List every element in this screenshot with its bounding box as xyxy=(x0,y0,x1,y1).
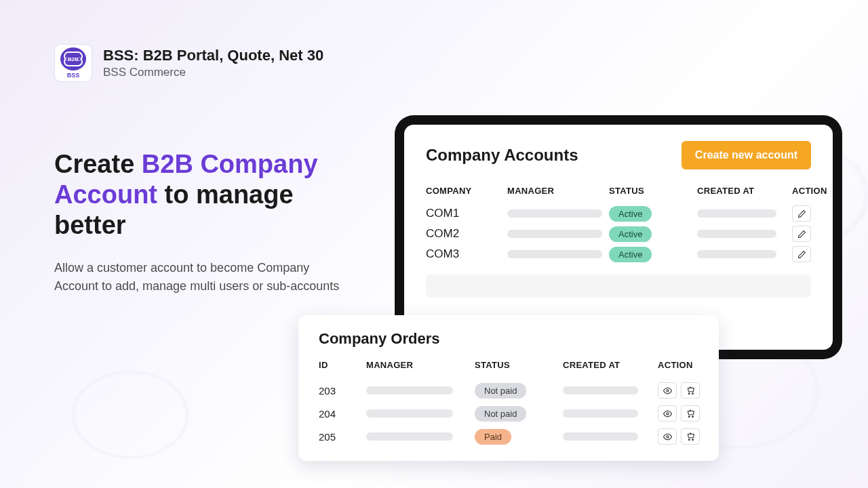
col-created: CREATED AT xyxy=(563,360,651,375)
eye-icon xyxy=(663,386,673,395)
cart-icon xyxy=(686,386,695,395)
orders-panel-title: Company Orders xyxy=(319,330,698,348)
table-cell-manager-placeholder xyxy=(366,432,453,441)
cart-icon xyxy=(686,409,695,418)
logo-inner-text: B2B xyxy=(68,56,79,62)
reorder-button[interactable] xyxy=(681,382,700,399)
status-badge: Active xyxy=(609,206,652,222)
table-cell-status: Active xyxy=(609,226,690,242)
svg-point-0 xyxy=(666,389,668,391)
table-cell-created-placeholder xyxy=(563,386,638,394)
table-cell-manager-placeholder xyxy=(366,386,453,394)
pencil-icon xyxy=(797,250,806,259)
table-cell-id: 204 xyxy=(319,408,359,420)
table-cell-id: 203 xyxy=(319,385,359,396)
hero-description: Allow a customer account to become Compa… xyxy=(54,259,346,296)
status-badge: Active xyxy=(609,226,652,242)
table-cell-status: Not paid xyxy=(475,383,556,399)
table-cell-status: Active xyxy=(609,206,690,222)
col-manager: MANAGER xyxy=(366,360,468,375)
table-cell-manager-placeholder xyxy=(366,409,453,418)
table-cell-action xyxy=(792,226,833,242)
table-cell-company: COM1 xyxy=(426,207,500,220)
svg-point-6 xyxy=(666,435,668,437)
hero-prefix: Create xyxy=(54,150,142,178)
table-cell-created-placeholder xyxy=(697,230,776,238)
eye-icon xyxy=(663,432,673,441)
svg-point-2 xyxy=(692,393,694,394)
table-cell-company: COM2 xyxy=(426,227,500,241)
table-cell-action xyxy=(792,205,833,222)
svg-point-5 xyxy=(692,416,694,418)
col-action: ACTION xyxy=(792,186,833,201)
orders-table: ID MANAGER STATUS CREATED AT ACTION 203N… xyxy=(319,360,698,445)
status-badge: Not paid xyxy=(475,383,526,399)
table-cell-action xyxy=(658,428,719,445)
svg-point-7 xyxy=(688,439,690,441)
table-cell-status: Paid xyxy=(475,429,556,445)
status-badge: Active xyxy=(609,247,652,262)
table-cell-action xyxy=(658,405,719,422)
eye-icon xyxy=(663,409,673,418)
view-button[interactable] xyxy=(658,382,677,399)
table-cell-status: Not paid xyxy=(475,406,556,422)
logo-circle-icon: B2B xyxy=(60,47,86,70)
svg-point-3 xyxy=(666,412,668,414)
view-button[interactable] xyxy=(658,428,677,445)
logo-badge-text: BSS xyxy=(67,72,80,79)
accounts-table: COMPANY MANAGER STATUS CREATED AT ACTION… xyxy=(426,186,811,262)
table-cell-created-placeholder xyxy=(697,250,776,258)
table-cell-status: Active xyxy=(609,247,690,262)
table-cell-created-placeholder xyxy=(563,432,638,441)
table-cell-created-placeholder xyxy=(697,209,776,218)
col-action: ACTION xyxy=(658,360,719,375)
table-cell-manager-placeholder xyxy=(507,230,602,238)
col-status: STATUS xyxy=(475,360,556,375)
status-badge: Paid xyxy=(475,429,511,445)
pencil-icon xyxy=(797,209,806,218)
reorder-button[interactable] xyxy=(681,405,700,422)
view-button[interactable] xyxy=(658,405,677,422)
accounts-panel-title: Company Accounts xyxy=(426,146,578,165)
table-cell-company: COM3 xyxy=(426,247,500,261)
table-cell-id: 205 xyxy=(319,431,359,443)
accounts-panel-footer xyxy=(426,274,811,298)
col-manager: MANAGER xyxy=(507,186,602,201)
table-cell-action xyxy=(658,382,719,399)
svg-point-4 xyxy=(688,416,690,418)
pencil-icon xyxy=(797,230,806,239)
svg-point-1 xyxy=(688,393,690,394)
col-company: COMPANY xyxy=(426,186,500,201)
app-header: B2B BSS BSS: B2B Portal, Quote, Net 30 B… xyxy=(54,44,323,82)
status-badge: Not paid xyxy=(475,406,526,422)
orders-panel: Company Orders ID MANAGER STATUS CREATED… xyxy=(298,315,719,461)
app-logo: B2B BSS xyxy=(54,44,92,82)
table-cell-action xyxy=(792,246,833,262)
edit-button[interactable] xyxy=(792,226,811,242)
create-account-button[interactable]: Create new account xyxy=(682,141,811,169)
edit-button[interactable] xyxy=(792,246,811,262)
edit-button[interactable] xyxy=(792,205,811,222)
reorder-button[interactable] xyxy=(681,428,700,445)
table-cell-manager-placeholder xyxy=(507,209,602,218)
col-created: CREATED AT xyxy=(697,186,785,201)
table-cell-created-placeholder xyxy=(563,409,638,418)
svg-point-8 xyxy=(692,439,694,441)
app-title: BSS: B2B Portal, Quote, Net 30 xyxy=(103,47,323,64)
col-status: STATUS xyxy=(609,186,690,201)
cart-icon xyxy=(686,432,695,441)
table-cell-manager-placeholder xyxy=(507,250,602,258)
col-id: ID xyxy=(319,360,359,375)
hero-section: Create B2B Company Account to manage bet… xyxy=(54,149,346,296)
hero-heading: Create B2B Company Account to manage bet… xyxy=(54,149,346,240)
app-subtitle: BSS Commerce xyxy=(103,66,323,79)
